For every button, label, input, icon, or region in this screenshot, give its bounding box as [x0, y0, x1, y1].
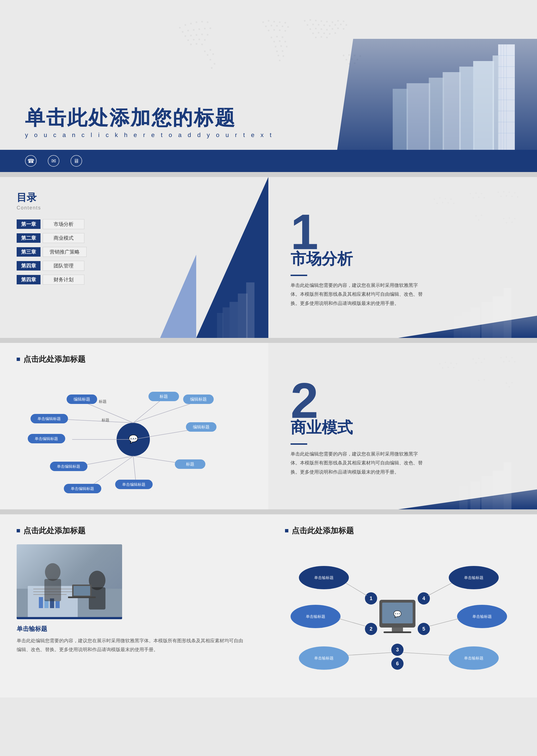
- svg-point-4: [201, 21, 203, 22]
- svg-point-50: [284, 41, 286, 42]
- svg-point-5: [207, 21, 208, 23]
- svg-point-16: [207, 34, 208, 35]
- svg-point-75: [310, 28, 311, 30]
- svg-point-44: [284, 30, 286, 32]
- biz-city-buildings: [398, 459, 537, 509]
- svg-text:单击输标题: 单击输标题: [472, 614, 492, 619]
- svg-point-1: [185, 24, 186, 26]
- svg-text:1: 1: [370, 596, 372, 601]
- section-number-1: 1: [291, 207, 515, 257]
- svg-text:单击编辑标题: 单击编辑标题: [37, 417, 61, 421]
- slide-bubble-right: 点击此处添加标题 💬 1 2 3 4 5 6: [268, 514, 537, 697]
- toc-city-svg: [196, 266, 268, 338]
- toc-num-5: 第四章: [17, 275, 41, 284]
- svg-point-125: [445, 198, 446, 199]
- svg-point-60: [310, 19, 311, 21]
- svg-rect-119: [238, 294, 248, 338]
- svg-point-20: [204, 39, 206, 41]
- svg-point-83: [318, 32, 319, 34]
- slide-mindmap: 点击此处添加标题 💬 编辑标题 单击编辑标题 单击编辑标题: [0, 343, 537, 509]
- svg-rect-122: [217, 313, 223, 338]
- svg-text:标题: 标题: [99, 399, 106, 404]
- svg-point-126: [450, 199, 452, 200]
- title-underline-1: [291, 275, 307, 276]
- svg-point-71: [329, 25, 331, 27]
- svg-point-31: [262, 21, 264, 23]
- svg-point-13: [190, 35, 192, 36]
- svg-rect-101: [473, 61, 494, 150]
- section-number-2: 2: [291, 376, 515, 425]
- svg-point-85: [329, 33, 331, 35]
- svg-point-7: [187, 30, 189, 31]
- section-dot-2: [17, 529, 20, 533]
- svg-point-24: [204, 51, 206, 52]
- svg-text:3: 3: [396, 647, 399, 653]
- svg-point-37: [270, 25, 272, 26]
- divider-2: [0, 338, 537, 343]
- svg-rect-218: [481, 476, 493, 509]
- svg-point-47: [282, 36, 283, 38]
- svg-point-9: [198, 28, 200, 30]
- svg-point-17: [187, 39, 189, 41]
- svg-point-28: [210, 59, 211, 60]
- divider-1: [0, 172, 537, 177]
- svg-point-57: [282, 55, 284, 57]
- title-underline-2: [291, 443, 307, 445]
- svg-point-74: [346, 24, 347, 26]
- slide-photo-left: 点击此处添加标题: [0, 514, 268, 697]
- svg-text:单击编辑标题: 单击编辑标题: [71, 486, 94, 491]
- svg-point-133: [481, 193, 482, 194]
- svg-rect-226: [39, 597, 43, 608]
- svg-point-6: [182, 31, 184, 33]
- hero-main-title: 单击此处添加您的标题: [25, 107, 274, 129]
- svg-point-10: [204, 28, 206, 29]
- svg-point-199: [453, 367, 455, 369]
- mindmap-header: 点击此处添加标题: [17, 354, 252, 365]
- svg-point-2: [190, 23, 192, 24]
- svg-point-193: [439, 363, 441, 365]
- svg-point-19: [198, 39, 200, 40]
- svg-point-130: [453, 203, 455, 204]
- slide-toc-left: 目录 Contents 第一章 市场分析 第二章 商业模式 第三章 营销推广策略…: [0, 177, 268, 338]
- toc-label-2: 商业模式: [43, 233, 84, 243]
- svg-point-139: [509, 192, 510, 193]
- svg-point-138: [503, 191, 505, 192]
- toc-label-1: 市场分析: [43, 219, 84, 229]
- svg-point-203: [475, 362, 477, 364]
- photo-section-title: 点击此处添加标题: [23, 526, 85, 536]
- section-dot-3: [285, 529, 288, 533]
- toc-label-3: 营销推广策略: [43, 247, 87, 257]
- svg-text:编辑标题: 编辑标题: [73, 397, 90, 401]
- svg-point-208: [503, 361, 505, 363]
- slide-market-analysis: 1 市场分析 单击此处编辑您需要的内容，建议您在展示时采用微软雅黑字体。本模版所…: [268, 177, 537, 338]
- photo-section-header: 点击此处添加标题: [17, 526, 252, 536]
- svg-rect-104: [429, 78, 444, 150]
- slide-business-model: 2 商业模式 单击此处编辑您需要的内容，建议您在展示时采用微软雅黑字体。本模版所…: [268, 343, 537, 509]
- svg-point-21: [190, 44, 192, 45]
- toc-num-1: 第一章: [17, 219, 41, 229]
- svg-point-62: [320, 20, 322, 22]
- svg-text:单击输标题: 单击输标题: [464, 656, 483, 660]
- svg-text:单击输标题: 单击输标题: [314, 656, 334, 660]
- svg-point-33: [273, 21, 275, 22]
- hero-bottom-bar: ☎ ✉ 🖥: [0, 150, 537, 172]
- mind-map-svg: 💬 编辑标题 单击编辑标题 单击编辑标题 单击编辑标题 标题: [17, 373, 250, 506]
- svg-point-127: [436, 203, 438, 204]
- svg-point-46: [276, 36, 278, 37]
- photo-text-body: 单击此处编辑您需要的内容，建议您在展示时采用微软雅黑字体。本模版所有图形线条及其…: [17, 636, 244, 655]
- slide-details: 点击此处添加标题: [0, 514, 537, 697]
- svg-rect-219: [471, 482, 480, 509]
- svg-rect-217: [493, 470, 504, 509]
- monitor-icon: 🖥: [70, 155, 82, 167]
- svg-point-38: [276, 25, 278, 27]
- svg-point-131: [470, 193, 471, 194]
- svg-point-84: [323, 32, 325, 34]
- svg-point-134: [473, 197, 474, 199]
- svg-point-3: [196, 21, 197, 23]
- svg-point-36: [265, 25, 267, 27]
- svg-point-11: [210, 27, 211, 29]
- svg-point-79: [332, 28, 333, 30]
- svg-point-205: [500, 357, 502, 358]
- svg-point-136: [484, 197, 485, 199]
- svg-point-142: [506, 195, 507, 197]
